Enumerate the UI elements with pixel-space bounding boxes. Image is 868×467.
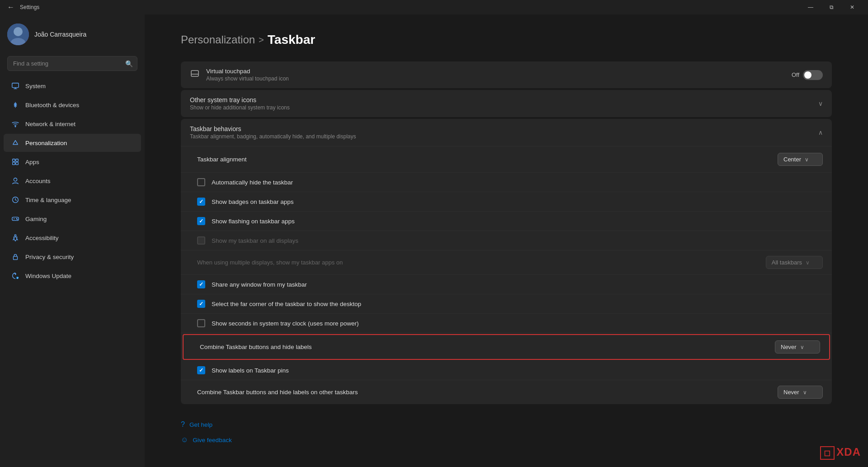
- get-help-label: Get help: [189, 421, 212, 428]
- auto-hide-label: Automatically hide the taskbar: [212, 179, 823, 186]
- svg-point-5: [15, 126, 16, 127]
- virtual-touchpad-card: Virtual touchpad Always show virtual tou…: [181, 61, 832, 88]
- virtual-touchpad-title: Virtual touchpad: [206, 68, 792, 75]
- sidebar-item-privacy[interactable]: Privacy & security: [4, 248, 141, 266]
- auto-hide-checkbox[interactable]: [197, 178, 205, 186]
- sidebar-item-accessibility[interactable]: Accessibility: [4, 229, 141, 247]
- sidebar-item-personalization[interactable]: Personalization: [4, 134, 141, 152]
- sidebar-label-accounts: Accounts: [25, 178, 51, 184]
- sidebar-item-apps[interactable]: Apps: [4, 153, 141, 171]
- show-flashing-checkbox[interactable]: [197, 217, 205, 225]
- combine-other-dropdown[interactable]: Never ∨: [778, 386, 823, 399]
- show-labels-row: Show labels on Taskbar pins: [181, 361, 832, 380]
- virtual-touchpad-subtitle: Always show virtual touchpad icon: [206, 75, 792, 82]
- chevron-down-icon: ∨: [806, 259, 810, 266]
- minimize-button[interactable]: —: [800, 0, 821, 14]
- show-labels-label: Show labels on Taskbar pins: [212, 367, 823, 374]
- share-window-row: Share any window from my taskbar: [181, 275, 832, 294]
- sidebar-item-time[interactable]: Time & language: [4, 191, 141, 209]
- accessibility-icon: [11, 233, 20, 242]
- xda-logo: ◻XDA: [820, 446, 861, 460]
- sidebar-label-personalization: Personalization: [25, 140, 67, 146]
- all-displays-checkbox[interactable]: [197, 236, 205, 245]
- main-content: Personalization > Taskbar Virtual touchp…: [145, 14, 868, 467]
- multiple-displays-value: All taskbars: [772, 259, 802, 266]
- toggle-off-label: Off: [792, 71, 799, 78]
- virtual-touchpad-toggle[interactable]: [803, 70, 823, 80]
- network-icon: [11, 119, 20, 128]
- breadcrumb-parent[interactable]: Personalization: [181, 33, 255, 46]
- alignment-dropdown[interactable]: Center ∨: [778, 153, 823, 166]
- share-window-label: Share any window from my taskbar: [212, 281, 823, 288]
- virtual-touchpad-control: Off: [792, 70, 823, 80]
- chevron-up-icon: ∧: [818, 129, 823, 136]
- time-icon: [11, 195, 20, 204]
- back-button[interactable]: ←: [5, 1, 16, 13]
- show-badges-checkbox[interactable]: [197, 198, 205, 206]
- show-badges-row: Show badges on taskbar apps: [181, 192, 832, 212]
- chevron-down-icon: ∨: [803, 389, 807, 396]
- sidebar-item-accounts[interactable]: Accounts: [4, 172, 141, 190]
- svg-rect-10: [16, 162, 18, 165]
- show-badges-label: Show badges on taskbar apps: [212, 198, 823, 205]
- share-window-checkbox[interactable]: [197, 280, 205, 288]
- multiple-displays-row: When using multiple displays, show my ta…: [181, 250, 832, 275]
- multiple-displays-dropdown[interactable]: All taskbars ∨: [766, 256, 823, 269]
- give-feedback-link[interactable]: ☺ Give feedback: [181, 432, 832, 448]
- personalization-icon: [11, 138, 20, 147]
- sidebar-label-windows-update: Windows Update: [25, 273, 71, 279]
- svg-point-20: [16, 277, 19, 279]
- far-corner-label: Select the far corner of the taskbar to …: [212, 301, 823, 307]
- gaming-icon: [11, 214, 20, 223]
- virtual-touchpad-text: Virtual touchpad Always show virtual tou…: [206, 68, 792, 82]
- feedback-icon: ☺: [181, 436, 188, 444]
- combine-other-row: Combine Taskbar buttons and hide labels …: [181, 380, 832, 404]
- chevron-down-icon: ∨: [805, 156, 809, 163]
- search-box: 🔍: [7, 56, 137, 71]
- all-displays-row: Show my taskbar on all displays: [181, 231, 832, 250]
- behaviors-header-text: Taskbar behaviors Taskbar alignment, bad…: [190, 125, 356, 140]
- profile-name: João Carrasqueira: [34, 31, 86, 38]
- all-displays-label: Show my taskbar on all displays: [212, 237, 823, 244]
- behaviors-subtitle: Taskbar alignment, badging, automaticall…: [190, 133, 356, 140]
- sidebar-label-apps: Apps: [25, 159, 39, 165]
- taskbar-behaviors-header[interactable]: Taskbar behaviors Taskbar alignment, bad…: [181, 119, 832, 146]
- combine-buttons-dropdown[interactable]: Never ∨: [775, 340, 820, 354]
- sidebar-item-bluetooth[interactable]: Bluetooth & devices: [4, 96, 141, 114]
- sidebar-item-gaming[interactable]: Gaming: [4, 210, 141, 228]
- taskbar-behaviors-section: Taskbar behaviors Taskbar alignment, bad…: [181, 119, 832, 404]
- multiple-displays-label: When using multiple displays, show my ta…: [197, 259, 766, 266]
- svg-rect-8: [16, 159, 18, 161]
- chevron-down-icon: ∨: [800, 344, 804, 350]
- svg-rect-13: [12, 217, 19, 220]
- far-corner-checkbox[interactable]: [197, 300, 205, 308]
- breadcrumb-current: Taskbar: [268, 33, 315, 47]
- accounts-icon: [11, 176, 20, 185]
- breadcrumb-separator: >: [259, 35, 264, 45]
- search-input[interactable]: [7, 56, 137, 71]
- svg-point-18: [14, 235, 16, 236]
- other-tray-section[interactable]: Other system tray icons Show or hide add…: [181, 90, 832, 117]
- sidebar-label-network: Network & internet: [25, 121, 75, 127]
- alignment-value: Center: [783, 156, 801, 163]
- chevron-down-icon: ∨: [818, 100, 823, 107]
- sidebar: João Carrasqueira 🔍 System B: [0, 14, 145, 467]
- combine-other-value: Never: [783, 389, 799, 396]
- restore-button[interactable]: ⧉: [821, 0, 842, 14]
- get-help-link[interactable]: ? Get help: [181, 417, 832, 432]
- svg-rect-3: [12, 83, 19, 88]
- other-tray-title: Other system tray icons: [190, 96, 290, 104]
- avatar[interactable]: [7, 24, 29, 45]
- sidebar-item-network[interactable]: Network & internet: [4, 115, 141, 133]
- sidebar-item-system[interactable]: System: [4, 77, 141, 95]
- sidebar-item-windows-update[interactable]: Windows Update: [4, 267, 141, 285]
- svg-rect-9: [13, 162, 15, 165]
- show-labels-checkbox[interactable]: [197, 366, 205, 374]
- sidebar-profile: João Carrasqueira: [0, 14, 145, 52]
- help-icon: ?: [181, 420, 185, 429]
- behaviors-title: Taskbar behaviors: [190, 125, 356, 132]
- close-button[interactable]: ✕: [842, 0, 863, 14]
- show-seconds-checkbox[interactable]: [197, 319, 205, 327]
- other-tray-subtitle: Show or hide additional system tray icon…: [190, 104, 290, 111]
- toggle-thumb: [804, 71, 811, 79]
